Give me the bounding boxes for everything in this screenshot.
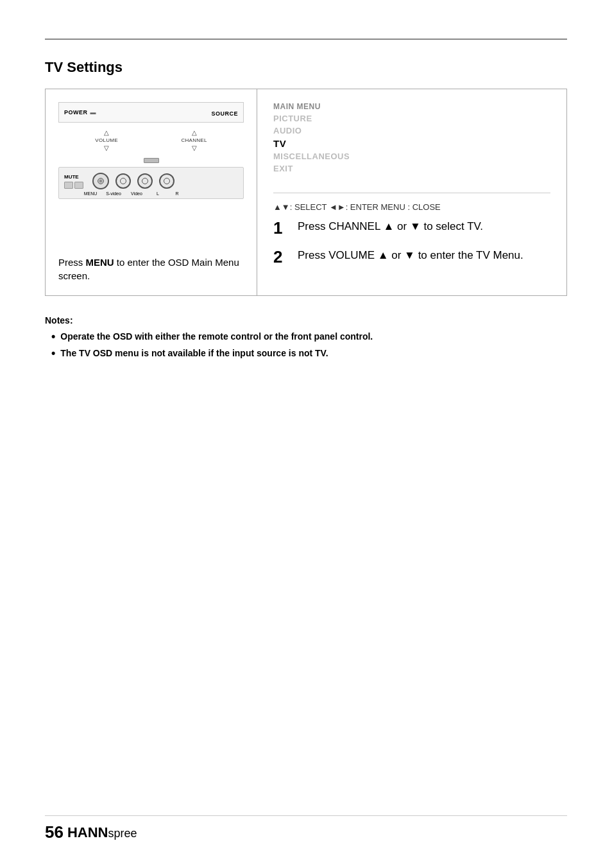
volume-up-arrow: △ <box>104 129 109 136</box>
osd-item-audio: AUDIO <box>273 126 550 135</box>
video-port-1 <box>115 173 131 189</box>
notes-title: Notes: <box>45 315 567 326</box>
step-1: 1 Press CHANNEL ▲ or ▼ to select TV. <box>273 219 550 238</box>
step-2-text: Press VOLUME ▲ or ▼ to enter the TV Menu… <box>298 248 523 263</box>
menu-port-label: MENU <box>82 191 99 196</box>
bullet-2: • <box>51 347 55 359</box>
menu-keyword: MENU <box>86 257 114 268</box>
device-diagram: POWER ▬ SOURCE △ VOLUME ▽ △ <box>58 102 244 199</box>
section-title: TV Settings <box>45 59 567 76</box>
note-item-1: • Operate the OSD with either the remote… <box>45 331 567 343</box>
diag-port-labels: MENU S-video Video L R <box>64 191 238 196</box>
mute-label: MUTE <box>64 174 83 180</box>
step-2: 2 Press VOLUME ▲ or ▼ to enter the TV Me… <box>273 248 550 266</box>
top-rule <box>45 39 567 40</box>
channel-up-arrow: △ <box>192 129 197 136</box>
page-footer: 56 HANNspree <box>45 815 567 842</box>
steps-area: 1 Press CHANNEL ▲ or ▼ to select TV. 2 P… <box>273 213 550 282</box>
osd-item-tv: TV <box>273 138 550 149</box>
notes-section: Notes: • Operate the OSD with either the… <box>45 315 567 360</box>
channel-down-arrow: ▽ <box>192 144 197 152</box>
joystick-center <box>99 180 102 182</box>
diag-mid-row: △ VOLUME ▽ △ CHANNEL ▽ <box>58 126 244 154</box>
video-port-label: Video <box>128 191 145 196</box>
mute-btn-1 <box>64 182 73 189</box>
note-item-2: • The TV OSD menu is not available if th… <box>45 347 567 360</box>
bullet-1: • <box>51 331 55 342</box>
note-text-1: Operate the OSD with either the remote c… <box>60 331 373 343</box>
channel-group: △ CHANNEL ▽ <box>181 129 207 152</box>
r-port-label: R <box>171 191 183 196</box>
mute-buttons <box>64 182 83 189</box>
volume-down-arrow: ▽ <box>104 144 109 152</box>
volume-group: △ VOLUME ▽ <box>95 129 118 152</box>
video-port-1-inner <box>120 178 126 184</box>
osd-nav-hint: ▲▼: SELECT ◄►: ENTER MENU : CLOSE <box>273 193 441 212</box>
power-group: POWER ▬ <box>64 109 96 116</box>
osd-item-main-menu: MAIN MENU <box>273 102 550 111</box>
mute-btn-2 <box>74 182 83 189</box>
page-number: 56 <box>45 822 64 842</box>
diag-top-row: POWER ▬ SOURCE <box>58 102 244 123</box>
diag-bottom-row: MUTE <box>58 167 244 199</box>
nav-hint-container: ▲▼: SELECT ◄►: ENTER MENU : CLOSE <box>273 193 550 213</box>
l-port-label: L <box>151 191 164 196</box>
brand-spree: spree <box>108 827 137 840</box>
source-group: SOURCE <box>211 107 238 118</box>
step-1-number: 1 <box>273 219 291 238</box>
source-label: SOURCE <box>211 110 238 117</box>
osd-menu: MAIN MENU PICTURE AUDIO TV MISCELLANEOUS… <box>273 102 550 173</box>
video-port-2 <box>137 173 153 189</box>
video-port-3-inner <box>164 178 170 184</box>
step-1-text: Press CHANNEL ▲ or ▼ to select TV. <box>298 219 483 234</box>
video-port-3 <box>159 173 174 189</box>
diag-bottom-icons: MUTE <box>64 173 238 189</box>
svideo-port-label: S-video <box>105 191 122 196</box>
mute-section: MUTE <box>64 174 83 189</box>
osd-item-picture: PICTURE <box>273 114 550 123</box>
right-panel: MAIN MENU PICTURE AUDIO TV MISCELLANEOUS… <box>257 89 566 295</box>
brand-name: HANNspree <box>67 824 137 841</box>
osd-item-miscellaneous: MISCELLANEOUS <box>273 152 550 161</box>
nav-rect <box>144 158 159 163</box>
brand-hann: HANN <box>67 824 108 840</box>
step-2-number: 2 <box>273 248 291 266</box>
power-icon: ▬ <box>90 109 96 116</box>
channel-label: CHANNEL <box>181 137 207 143</box>
osd-item-exit: EXIT <box>273 164 550 173</box>
nav-center-row <box>58 158 244 163</box>
power-label: POWER <box>64 109 88 116</box>
joystick-button <box>92 173 109 189</box>
note-text-2: The TV OSD menu is not available if the … <box>60 347 328 360</box>
press-menu-text: Press MENU to enter the OSD Main Menu sc… <box>58 256 244 282</box>
video-port-2-inner <box>142 178 148 184</box>
volume-label: VOLUME <box>95 137 118 143</box>
instruction-box: POWER ▬ SOURCE △ VOLUME ▽ △ <box>45 89 567 296</box>
page-container: TV Settings POWER ▬ SOURCE <box>0 0 612 868</box>
left-panel: POWER ▬ SOURCE △ VOLUME ▽ △ <box>46 89 257 295</box>
joystick-inner <box>98 178 104 184</box>
